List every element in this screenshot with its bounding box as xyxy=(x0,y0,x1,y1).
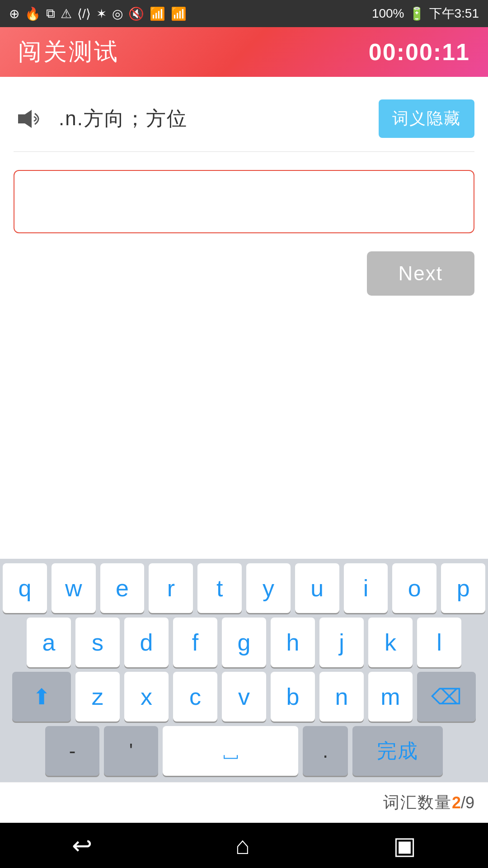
battery-icon: 🔋 xyxy=(409,6,425,21)
vocab-count-total: 9 xyxy=(465,793,474,812)
key-hyphen[interactable]: - xyxy=(45,726,99,776)
input-area xyxy=(14,170,474,233)
svg-marker-0 xyxy=(18,110,32,128)
header: 闯关测试 00:00:11 xyxy=(0,27,488,77)
vocab-count-current: 2 xyxy=(452,793,461,812)
key-i[interactable]: i xyxy=(344,563,388,613)
hide-meaning-button[interactable]: 词义隐藏 xyxy=(379,99,474,138)
speaker-button[interactable] xyxy=(14,105,45,132)
key-p[interactable]: p xyxy=(441,563,485,613)
keyboard-row-1: q w e r t y u i o p xyxy=(3,563,485,613)
key-s[interactable]: s xyxy=(75,618,120,667)
key-h[interactable]: h xyxy=(271,618,315,667)
backspace-key[interactable]: ⌫ xyxy=(417,672,476,722)
vocab-count-label: 词汇数量 xyxy=(383,792,452,814)
word-definition: .n.方向；方位 xyxy=(59,105,188,132)
key-v[interactable]: v xyxy=(222,672,266,722)
battery-percent: 100% xyxy=(372,6,404,21)
key-u[interactable]: u xyxy=(295,563,339,613)
next-button[interactable]: Next xyxy=(367,251,474,296)
record-icon: ◎ xyxy=(112,6,123,21)
key-o[interactable]: o xyxy=(392,563,436,613)
key-j[interactable]: j xyxy=(319,618,364,667)
timer-display: 00:00:11 xyxy=(369,38,470,66)
key-t[interactable]: t xyxy=(197,563,242,613)
key-c[interactable]: c xyxy=(173,672,217,722)
answer-input[interactable] xyxy=(14,170,474,233)
nav-bar: ↩ ⌂ ▣ xyxy=(0,823,488,868)
key-g[interactable]: g xyxy=(222,618,266,667)
back-nav-icon[interactable]: ↩ xyxy=(72,831,92,860)
keyboard-row-3: ⬆ z x c v b n m ⌫ xyxy=(3,672,485,722)
word-left: .n.方向；方位 xyxy=(14,105,188,132)
key-a[interactable]: a xyxy=(27,618,71,667)
status-time: 下午3:51 xyxy=(429,5,479,22)
fire-icon: 🔥 xyxy=(25,6,41,21)
wifi-icon: 📶 xyxy=(150,6,165,21)
key-x[interactable]: x xyxy=(124,672,169,722)
key-y[interactable]: y xyxy=(246,563,291,613)
divider xyxy=(14,151,474,152)
done-key[interactable]: 完成 xyxy=(352,726,443,776)
key-k[interactable]: k xyxy=(368,618,413,667)
keyboard-row-2: a s d f g h j k l xyxy=(3,618,485,667)
code-icon: ⟨/⟩ xyxy=(77,6,91,21)
next-btn-row: Next xyxy=(14,251,474,296)
page-title: 闯关测试 xyxy=(18,36,119,68)
key-l[interactable]: l xyxy=(417,618,461,667)
warning-icon: ⚠ xyxy=(61,6,72,21)
space-key[interactable]: ⎵ xyxy=(163,726,298,776)
bluetooth-icon: ✶ xyxy=(96,6,107,21)
content-spacer xyxy=(14,296,474,550)
main-content: .n.方向；方位 词义隐藏 Next xyxy=(0,77,488,559)
word-row: .n.方向；方位 词义隐藏 xyxy=(14,90,474,147)
key-w[interactable]: w xyxy=(52,563,96,613)
key-period[interactable]: . xyxy=(303,726,348,776)
copy-icon: ⧉ xyxy=(46,6,55,21)
key-d[interactable]: d xyxy=(124,618,169,667)
key-q[interactable]: q xyxy=(3,563,47,613)
keyboard-area: q w e r t y u i o p a s d f g h j k l ⬆ … xyxy=(0,559,488,782)
status-bar: ⊕ 🔥 ⧉ ⚠ ⟨/⟩ ✶ ◎ 🔇 📶 📶 100% 🔋 下午3:51 xyxy=(0,0,488,27)
key-z[interactable]: z xyxy=(75,672,120,722)
status-right: 100% 🔋 下午3:51 xyxy=(372,5,479,22)
key-r[interactable]: r xyxy=(149,563,193,613)
keyboard-row-4: - ' ⎵ . 完成 xyxy=(3,726,485,776)
key-n[interactable]: n xyxy=(319,672,364,722)
vocab-count-separator: / xyxy=(461,793,465,812)
status-icons-left: ⊕ 🔥 ⧉ ⚠ ⟨/⟩ ✶ ◎ 🔇 📶 📶 xyxy=(9,6,187,21)
shift-key[interactable]: ⬆ xyxy=(12,672,71,722)
home-nav-icon[interactable]: ⌂ xyxy=(235,831,250,859)
recents-nav-icon[interactable]: ▣ xyxy=(393,831,416,860)
mute-icon: 🔇 xyxy=(128,6,144,21)
key-m[interactable]: m xyxy=(368,672,413,722)
signal-icon: 📶 xyxy=(171,6,187,21)
key-f[interactable]: f xyxy=(173,618,217,667)
key-b[interactable]: b xyxy=(271,672,315,722)
back-icon: ⊕ xyxy=(9,6,19,21)
key-apostrophe[interactable]: ' xyxy=(104,726,158,776)
key-e[interactable]: e xyxy=(100,563,145,613)
vocab-count-area: 词汇数量 2 / 9 xyxy=(0,782,488,823)
